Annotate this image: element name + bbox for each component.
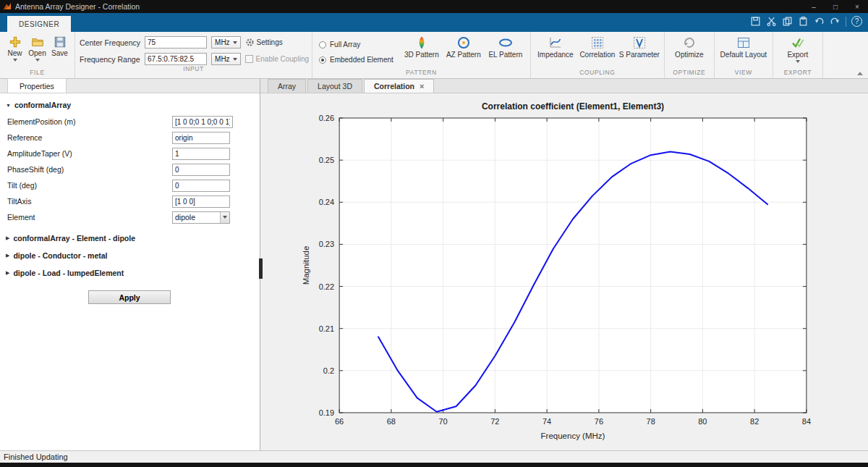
ribbon-section-view: Default Layout VIEW <box>715 32 773 78</box>
close-tab-icon[interactable]: × <box>420 83 424 91</box>
svg-text:70: 70 <box>439 417 448 426</box>
settings-button[interactable]: Settings <box>245 38 309 47</box>
full-array-radio[interactable]: Full Array <box>319 41 393 49</box>
tab-designer[interactable]: DESIGNER <box>7 16 71 32</box>
svg-text:Magnitude: Magnitude <box>302 246 310 285</box>
properties-body: ▼ conformalArray ElementPosition (m) Ref… <box>0 93 260 450</box>
undo-icon[interactable] <box>814 16 825 27</box>
ribbon-section-coupling: Impedance Correlation S Parameter COUPLI… <box>531 32 665 78</box>
group-conformal-array[interactable]: ▼ conformalArray <box>0 99 260 114</box>
cut-icon[interactable] <box>766 16 777 27</box>
paste-icon[interactable] <box>798 16 809 27</box>
section-label-view: VIEW <box>715 69 773 78</box>
save-button[interactable]: Save <box>48 34 71 57</box>
frequency-range-input[interactable] <box>145 53 207 65</box>
apply-button[interactable]: Apply <box>88 290 171 304</box>
phase-shift-input[interactable] <box>172 164 230 176</box>
svg-text:82: 82 <box>750 417 759 426</box>
enable-coupling-checkbox[interactable]: Enable Coupling <box>245 55 309 63</box>
collapse-ribbon-button[interactable] <box>857 72 863 75</box>
element-position-input[interactable] <box>172 116 233 128</box>
collapse-arrow-icon: ▼ <box>6 103 11 108</box>
tab-properties[interactable]: Properties <box>7 78 67 93</box>
checkbox-icon <box>245 55 253 63</box>
statusbar: Finished Updating <box>0 450 868 463</box>
optimize-button[interactable]: Optimize <box>668 34 710 59</box>
svg-text:0.2: 0.2 <box>323 366 334 375</box>
correlation-icon <box>590 35 605 50</box>
svg-text:72: 72 <box>490 417 499 426</box>
pattern-3d-button[interactable]: 3D Pattern <box>401 34 443 59</box>
properties-panel: Properties ▼ conformalArray ElementPosit… <box>0 79 260 450</box>
svg-text:66: 66 <box>335 417 344 426</box>
group-load-lumped-element[interactable]: ▶ dipole - Load - lumpedElement <box>0 264 260 282</box>
export-dropdown-icon[interactable] <box>796 60 800 63</box>
impedance-icon <box>548 35 563 50</box>
window-controls: – □ × <box>803 0 868 13</box>
ribbon-section-optimize: Optimize OPTIMIZE <box>665 32 715 78</box>
main-area: Array Layout 3D Correlation × 6668707274… <box>260 79 868 450</box>
group-conductor-metal[interactable]: ▶ dipole - Conductor - metal <box>0 247 260 264</box>
reference-input[interactable] <box>172 132 230 144</box>
close-button[interactable]: × <box>846 0 868 13</box>
svg-text:74: 74 <box>542 417 551 426</box>
s-parameter-icon <box>632 35 647 50</box>
export-button[interactable]: Export <box>777 34 819 63</box>
minimize-button[interactable]: – <box>803 0 825 13</box>
correlation-button[interactable]: Correlation <box>576 34 618 59</box>
tab-layout-3d[interactable]: Layout 3D <box>307 79 362 93</box>
field-phase-shift: PhaseShift (deg) <box>0 161 260 177</box>
default-layout-button[interactable]: Default Layout <box>718 34 769 59</box>
open-icon <box>31 35 44 49</box>
chevron-down-icon <box>233 58 237 61</box>
select-dropdown-icon <box>220 212 229 223</box>
svg-text:78: 78 <box>647 417 655 426</box>
content-area: Properties ▼ conformalArray ElementPosit… <box>0 79 868 450</box>
ribbon-section-export: Export EXPORT <box>773 32 823 78</box>
impedance-button[interactable]: Impedance <box>535 34 576 59</box>
amplitude-taper-input[interactable] <box>172 148 230 160</box>
bottom-edge <box>0 463 868 467</box>
section-label-export: EXPORT <box>773 69 822 78</box>
frequency-range-unit-select[interactable]: MHz <box>211 53 241 65</box>
embedded-element-radio[interactable]: Embedded Element <box>319 56 393 64</box>
ribbon-section-file: New Open Save FILE <box>0 32 75 78</box>
center-frequency-input[interactable] <box>145 36 207 49</box>
save-icon[interactable] <box>750 16 761 27</box>
svg-text:0.22: 0.22 <box>319 282 334 291</box>
expand-arrow-icon: ▶ <box>6 235 9 241</box>
new-button[interactable]: New <box>4 34 26 62</box>
field-element: Element dipole <box>0 209 260 225</box>
section-label-optimize: OPTIMIZE <box>665 69 714 78</box>
help-icon[interactable]: ? <box>851 16 862 27</box>
center-frequency-unit-select[interactable]: MHz <box>211 36 241 49</box>
copy-icon[interactable] <box>782 16 793 27</box>
radio-selected-icon <box>319 56 326 64</box>
tab-array[interactable]: Array <box>268 79 306 93</box>
document-tab-bar: Array Layout 3D Correlation × <box>260 79 868 93</box>
radio-icon <box>319 41 326 49</box>
svg-text:80: 80 <box>698 417 707 426</box>
figure-area: 666870727476788082840.190.20.210.220.230… <box>260 93 868 450</box>
ribbon-section-input: Center Frequency MHz Settings Frequency … <box>75 32 312 78</box>
tilt-axis-input[interactable] <box>172 195 230 208</box>
redo-icon[interactable] <box>830 16 841 27</box>
section-label-pattern: PATTERN <box>312 69 530 78</box>
toolstrip-tab-bar: DESIGNER ? <box>0 13 868 32</box>
svg-text:0.19: 0.19 <box>319 408 334 417</box>
tilt-input[interactable] <box>172 180 230 192</box>
group-element-dipole[interactable]: ▶ conformalArray - Element - dipole <box>0 230 260 247</box>
el-pattern-button[interactable]: EL Pattern <box>485 34 527 59</box>
ribbon: New Open Save FILE Center Frequency MHz <box>0 32 868 79</box>
tab-correlation[interactable]: Correlation × <box>364 79 434 93</box>
element-select[interactable]: dipole <box>172 211 230 224</box>
svg-text:76: 76 <box>595 417 603 426</box>
maximize-button[interactable]: □ <box>825 0 846 13</box>
open-button[interactable]: Open <box>26 34 48 62</box>
az-pattern-button[interactable]: AZ Pattern <box>443 34 485 59</box>
gear-icon <box>245 38 255 47</box>
new-dropdown-icon[interactable] <box>13 59 17 62</box>
field-reference: Reference <box>0 130 260 146</box>
s-parameter-button[interactable]: S Parameter <box>618 34 660 59</box>
open-dropdown-icon[interactable] <box>35 59 40 62</box>
